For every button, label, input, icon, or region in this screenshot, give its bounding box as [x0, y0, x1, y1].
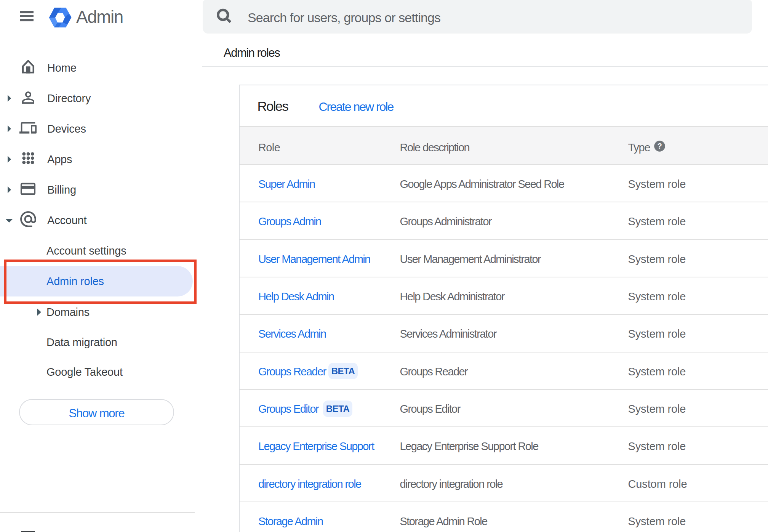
svg-text:?: ?	[657, 142, 662, 150]
